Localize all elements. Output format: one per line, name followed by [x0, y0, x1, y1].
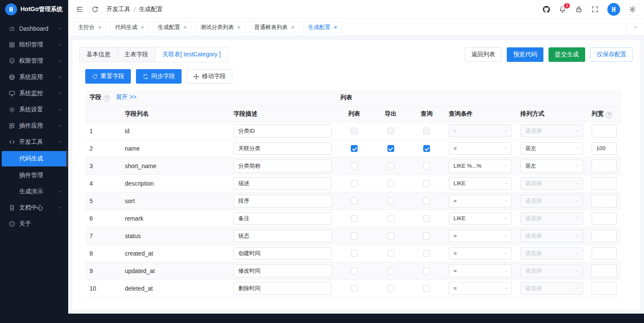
column-width-input[interactable] [592, 142, 617, 155]
export-checkbox[interactable] [387, 145, 394, 152]
field-desc-input[interactable] [234, 230, 332, 242]
list-checkbox[interactable] [351, 198, 358, 204]
align-select[interactable]: 请选择 [520, 265, 583, 277]
field-desc-input[interactable] [234, 212, 332, 225]
sidebar-item-monitor[interactable]: 系统监控 [0, 85, 68, 102]
list-checkbox[interactable] [351, 163, 358, 169]
query-condition-select[interactable]: = [449, 230, 512, 242]
align-select[interactable]: 请选择 [520, 177, 583, 190]
export-checkbox[interactable] [387, 215, 394, 222]
sidebar-item-settings[interactable]: 系统设置 [0, 102, 68, 118]
align-select[interactable]: 请选择 [520, 212, 583, 225]
field-desc-input[interactable] [234, 195, 332, 207]
column-width-input[interactable] [592, 265, 617, 277]
align-select[interactable]: 请选择 [520, 247, 583, 260]
column-width-input[interactable] [592, 177, 617, 190]
query-condition-select[interactable]: = [449, 142, 512, 155]
help-icon[interactable]: ? [606, 112, 612, 118]
submit-generate-button[interactable]: 提交生成 [549, 47, 585, 62]
export-checkbox[interactable] [387, 198, 394, 204]
move-fields-button[interactable]: 移动字段 [187, 69, 232, 84]
tabs-dropdown-button[interactable] [626, 19, 644, 35]
list-checkbox[interactable] [351, 233, 358, 239]
list-checkbox[interactable] [351, 180, 358, 187]
notifications-button[interactable]: 1 [559, 6, 566, 13]
sidebar-item-about[interactable]: 关于 [0, 216, 68, 232]
query-checkbox[interactable] [423, 233, 430, 239]
export-checkbox[interactable] [387, 163, 394, 169]
field-desc-input[interactable] [234, 177, 332, 190]
export-checkbox[interactable] [387, 268, 394, 274]
sidebar-item-auth[interactable]: 权限管理 [0, 53, 68, 69]
tabbar-tab-4[interactable]: 普通树表列表× [250, 21, 299, 33]
column-width-input[interactable] [592, 230, 617, 242]
list-checkbox[interactable] [351, 250, 358, 257]
query-checkbox[interactable] [423, 180, 430, 187]
save-config-only-button[interactable]: 仅保存配置 [590, 47, 633, 62]
tab-close-icon[interactable]: × [291, 24, 295, 31]
sidebar-item-plugin-manage[interactable]: 插件管理 [0, 167, 68, 183]
export-checkbox[interactable] [387, 285, 394, 292]
query-condition-select[interactable]: LIKE %...% [449, 160, 512, 172]
align-select[interactable]: 居左 [520, 160, 583, 172]
reset-fields-button[interactable]: 重置字段 [85, 69, 131, 84]
field-desc-input[interactable] [234, 142, 332, 155]
github-icon[interactable] [543, 6, 550, 13]
column-width-input[interactable] [592, 212, 617, 225]
tabbar-tab-5[interactable]: 生成配置× [303, 21, 342, 33]
sidebar-item-plugins[interactable]: 插件应用 [0, 118, 68, 134]
list-checkbox[interactable] [351, 145, 358, 152]
tabbar-tab-1[interactable]: 代码生成× [110, 21, 149, 33]
sync-fields-button[interactable]: 同步字段 [136, 69, 182, 84]
align-select[interactable]: 请选择 [520, 230, 583, 242]
align-select[interactable]: 请选择 [520, 195, 583, 207]
tab-close-icon[interactable]: × [334, 24, 337, 31]
column-width-input[interactable] [592, 160, 617, 172]
query-condition-select[interactable]: = [449, 265, 512, 277]
breadcrumb-parent[interactable]: 开发工具 [107, 6, 130, 13]
tab-close-icon[interactable]: × [141, 24, 144, 31]
fullscreen-icon[interactable] [591, 6, 599, 13]
help-icon[interactable]: ? [104, 95, 110, 102]
sidebar-item-org[interactable]: 组织管理 [0, 37, 68, 53]
sidebar-item-dashboard[interactable]: Dashboard [0, 20, 68, 37]
field-desc-input[interactable] [234, 265, 332, 277]
sidebar-scrollbar[interactable] [66, 150, 68, 167]
field-desc-input[interactable] [234, 282, 332, 295]
expand-fields-link[interactable]: 展开 >> [116, 93, 136, 100]
export-checkbox[interactable] [387, 180, 394, 187]
tab-close-icon[interactable]: × [98, 24, 101, 31]
column-width-input[interactable] [592, 282, 617, 295]
tabbar-tab-2[interactable]: 生成配置× [153, 21, 191, 33]
query-checkbox[interactable] [423, 163, 430, 169]
query-condition-select[interactable]: = [449, 125, 512, 137]
align-select[interactable]: 请选择 [520, 282, 583, 295]
sidebar-item-codegen[interactable]: 代码生成 [2, 151, 66, 166]
sidebar-item-gen-demo[interactable]: 生成演示 [0, 183, 68, 200]
sidebar-item-docs[interactable]: 文档中心 [0, 200, 68, 216]
breadcrumb-current[interactable]: 生成配置 [139, 6, 163, 13]
tabbar-tab-3[interactable]: 测试分类列表× [196, 21, 245, 33]
tab-basic[interactable]: 基本信息 [79, 47, 118, 62]
query-checkbox[interactable] [423, 198, 430, 204]
list-checkbox[interactable] [351, 215, 358, 222]
settings-gear-icon[interactable] [629, 6, 636, 13]
column-width-input[interactable] [592, 195, 617, 207]
user-avatar[interactable] [607, 3, 620, 16]
tab-relation-table[interactable]: 关联表[ testCategory ] [155, 47, 228, 62]
sidebar-item-apps[interactable]: 系统应用 [0, 69, 68, 85]
query-checkbox[interactable] [423, 285, 430, 292]
query-condition-select[interactable]: LIKE [449, 212, 512, 225]
sidebar-item-devtools[interactable]: 开发工具 [0, 134, 68, 150]
align-select[interactable]: 居左 [520, 142, 583, 155]
list-checkbox[interactable] [351, 285, 358, 292]
field-desc-input[interactable] [234, 160, 332, 172]
field-desc-input[interactable] [234, 247, 332, 260]
field-desc-input[interactable] [234, 125, 332, 137]
tab-close-icon[interactable]: × [237, 24, 241, 31]
preview-code-button[interactable]: 预览代码 [507, 47, 543, 62]
column-width-input[interactable] [592, 125, 617, 137]
query-condition-select[interactable]: = [449, 282, 512, 295]
tab-main-fields[interactable]: 主表字段 [117, 47, 156, 62]
query-checkbox[interactable] [423, 268, 430, 274]
